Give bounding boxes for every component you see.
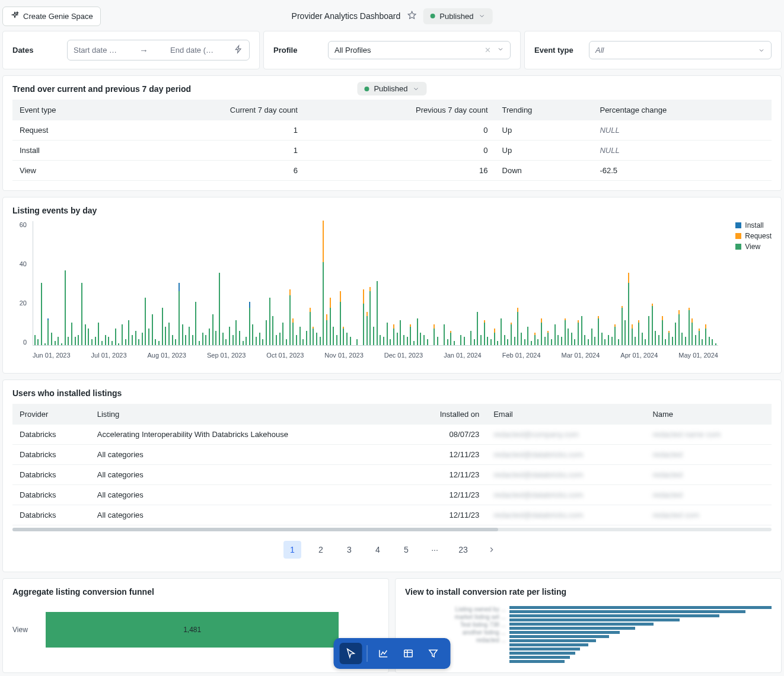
conversion-bar[interactable]	[509, 618, 680, 621]
table-cell: redacted	[645, 445, 772, 465]
table-cell: redacted@company.com	[486, 425, 645, 445]
conversion-bar[interactable]	[509, 656, 570, 659]
table-cell: Databricks	[12, 465, 90, 485]
table-cell: 08/07/23	[404, 425, 487, 445]
chart-tool-button[interactable]	[372, 643, 395, 664]
status-dropdown[interactable]: Published	[423, 8, 492, 24]
conversion-bar[interactable]	[509, 623, 654, 626]
table-tool-button[interactable]	[397, 643, 420, 664]
date-range-input[interactable]: Start date (M... → End date (M...	[67, 40, 250, 60]
table-row[interactable]: Request10UpNULL	[12, 120, 772, 141]
page-2[interactable]: 2	[312, 541, 330, 559]
chevron-down-icon	[497, 46, 504, 53]
page-4[interactable]: 4	[369, 541, 387, 559]
conversion-bar[interactable]	[509, 627, 635, 630]
table-cell: All categories	[90, 485, 404, 505]
table-cell: redacted name com	[645, 425, 772, 445]
table-row[interactable]: View616Down-62.5	[12, 161, 772, 181]
table-header[interactable]: Installed on	[404, 404, 487, 425]
table-row[interactable]: Install10UpNULL	[12, 141, 772, 161]
table-header[interactable]: Trending	[495, 100, 593, 120]
status-dropdown-overlay[interactable]: Published	[357, 82, 426, 95]
clear-icon[interactable]: ✕	[485, 46, 491, 55]
chart-card: Listing events by day 6040200 Jun 01, 20…	[2, 197, 782, 374]
start-date-placeholder: Start date (M...	[74, 46, 117, 55]
table-row[interactable]: DatabricksAll categories12/11/23redacted…	[12, 505, 772, 525]
table-row[interactable]: DatabricksAll categories12/11/23redacted…	[12, 465, 772, 485]
chart-bar[interactable]	[355, 339, 359, 346]
table-header[interactable]: Name	[645, 404, 772, 425]
chart-bar[interactable]	[349, 337, 352, 345]
conversion-bar[interactable]	[509, 652, 575, 655]
table-header[interactable]: Event type	[12, 100, 124, 120]
table-header[interactable]: Provider	[12, 404, 90, 425]
table-cell: All categories	[90, 445, 404, 465]
table-header[interactable]: Current 7 day count	[124, 100, 305, 120]
chevron-down-icon	[478, 12, 485, 20]
chevron-down-icon	[413, 85, 420, 93]
table-cell: redacted@databricks.com	[486, 465, 645, 485]
chart-bar[interactable]	[436, 337, 439, 345]
horizontal-scrollbar[interactable]	[12, 528, 772, 531]
conversion-bar[interactable]	[509, 610, 745, 613]
conversion-bar[interactable]	[509, 631, 620, 634]
filter-tool-button[interactable]	[422, 643, 445, 664]
status-label: Published	[374, 84, 407, 93]
table-cell: 12/11/23	[404, 465, 487, 485]
chart-bar[interactable]	[452, 341, 456, 345]
page-···: ···	[426, 541, 444, 559]
next-page-button[interactable]	[483, 541, 501, 559]
cursor-tool-button[interactable]	[340, 643, 362, 664]
chart-bar[interactable]	[195, 302, 198, 346]
page-1[interactable]: 1	[283, 541, 301, 559]
table-header[interactable]: Previous 7 day count	[305, 100, 495, 120]
table-cell: 1	[124, 120, 305, 141]
page-23[interactable]: 23	[454, 541, 472, 559]
table-header[interactable]: Percentage change	[592, 100, 772, 120]
table-cell: All categories	[90, 505, 404, 525]
table-cell: Down	[495, 161, 593, 181]
conversion-bar[interactable]	[509, 643, 588, 646]
chart-bar[interactable]	[426, 339, 429, 346]
funnel-bar[interactable]: 1,481	[46, 612, 339, 648]
table-cell: redacted	[645, 465, 772, 485]
chart-bar[interactable]	[40, 283, 43, 345]
page-5[interactable]: 5	[397, 541, 415, 559]
table-header[interactable]: Listing	[90, 404, 404, 425]
conversion-bar[interactable]	[509, 639, 596, 642]
table-row[interactable]: DatabricksAll categories12/11/23redacted…	[12, 485, 772, 505]
table-row[interactable]: DatabricksAll categories12/11/23redacted…	[12, 445, 772, 465]
legend-label: Install	[745, 221, 763, 229]
table-cell: 0	[305, 141, 495, 161]
profile-select[interactable]: All Profiles ✕	[328, 41, 511, 59]
chart-legend: Install Request View	[735, 221, 772, 253]
profile-label: Profile	[273, 46, 321, 55]
star-icon[interactable]	[406, 10, 417, 23]
conversion-bar[interactable]	[509, 606, 772, 609]
event-type-select[interactable]: All	[589, 41, 772, 59]
status-dot-icon	[364, 87, 369, 91]
conversion-bar[interactable]	[509, 660, 565, 663]
installs-table: ProviderListingInstalled onEmailName Dat…	[12, 404, 772, 525]
create-genie-space-button[interactable]: Create Genie Space	[2, 7, 101, 26]
table-cell: Up	[495, 120, 593, 141]
page-3[interactable]: 3	[340, 541, 358, 559]
event-type-value: All	[595, 46, 604, 55]
chart-plot[interactable]	[33, 221, 718, 346]
table-row[interactable]: DatabricksAccelerating Interoperability …	[12, 425, 772, 445]
arrow-right-icon: →	[139, 45, 148, 55]
chart-bar[interactable]	[714, 343, 718, 346]
conversion-bars[interactable]	[509, 606, 772, 663]
chart-bar[interactable]	[463, 337, 466, 345]
sparkle-icon	[10, 11, 20, 22]
table-cell: Up	[495, 141, 593, 161]
conversion-bar[interactable]	[509, 648, 580, 651]
chart-bar[interactable]	[63, 270, 67, 345]
pagination: 12345···23	[12, 531, 772, 562]
event-type-label: Event type	[534, 46, 582, 55]
conversion-bar[interactable]	[509, 614, 719, 617]
conversion-bar[interactable]	[509, 635, 609, 638]
table-header[interactable]: Email	[486, 404, 645, 425]
funnel-card: Aggregate listing conversion funnel View…	[2, 578, 389, 673]
funnel-value: 1,481	[183, 626, 201, 634]
